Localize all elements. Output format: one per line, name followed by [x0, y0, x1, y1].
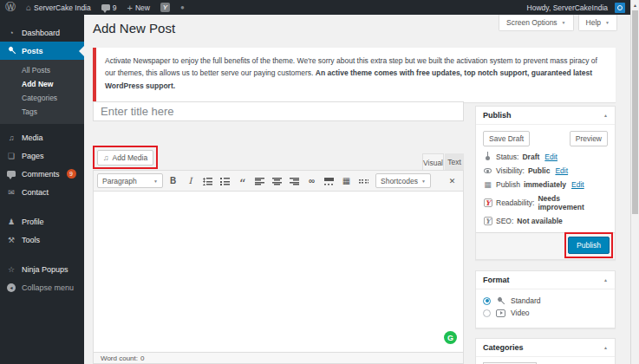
- adminbar-comments-link[interactable]: 9: [96, 0, 122, 15]
- grammarly-icon[interactable]: [444, 331, 457, 344]
- readability-row: Readability: Needs improvement: [483, 194, 608, 211]
- status-pin-icon: [483, 154, 492, 160]
- edit-schedule-link[interactable]: Edit: [571, 180, 584, 189]
- tab-text[interactable]: Text: [445, 153, 464, 171]
- profile-icon: [6, 218, 16, 226]
- format-option-standard[interactable]: Standard: [483, 296, 608, 305]
- status-value: Draft: [522, 153, 539, 161]
- read-more-button[interactable]: [322, 173, 336, 188]
- wp-logo-menu[interactable]: [0, 0, 21, 15]
- adminbar-yoast-menu[interactable]: [155, 0, 175, 15]
- editor-content-area[interactable]: [93, 192, 464, 352]
- adminbar-new-link[interactable]: New: [121, 0, 154, 15]
- sidebar-label-ninja-popups: Ninja Popups: [22, 265, 68, 274]
- paragraph-dropdown-label: Paragraph: [102, 177, 137, 185]
- sidebar-item-ninja-popups[interactable]: Ninja Popups: [0, 260, 84, 278]
- adminbar-account-menu[interactable]: Howdy, ServerCakeIndia: [522, 3, 630, 13]
- submenu-all-posts[interactable]: All Posts: [0, 63, 84, 77]
- theme-activation-notice: Activate Newspaper to enjoy the full ben…: [93, 48, 616, 102]
- paragraph-dropdown[interactable]: Paragraph: [97, 173, 163, 188]
- sidebar-item-contact[interactable]: Contact: [0, 183, 84, 201]
- sidebar-item-comments[interactable]: Comments 9: [0, 165, 84, 183]
- align-center-button[interactable]: [270, 173, 284, 188]
- shortcodes-dropdown-label: Shortcodes: [381, 177, 418, 185]
- submenu-categories[interactable]: Categories: [0, 91, 84, 105]
- seo-value: Not available: [517, 217, 562, 225]
- sidebar-label-media: Media: [22, 133, 43, 142]
- radio-standard[interactable]: [483, 297, 491, 305]
- blockquote-button[interactable]: [235, 173, 250, 188]
- new-label: New: [135, 3, 150, 12]
- table-button[interactable]: [339, 173, 354, 188]
- collapse-toggle-icon[interactable]: [603, 345, 608, 350]
- sidebar-item-media[interactable]: Media: [0, 128, 84, 146]
- align-left-button[interactable]: [252, 173, 267, 188]
- chevron-down-icon: [153, 179, 158, 184]
- chevron-down-icon: [562, 20, 566, 25]
- status-label: Status:: [496, 153, 518, 161]
- edit-visibility-link[interactable]: Edit: [555, 166, 568, 175]
- align-right-button[interactable]: [287, 173, 302, 188]
- format-option-video[interactable]: Video: [483, 309, 608, 317]
- seo-row: SEO: Not available: [483, 217, 608, 225]
- schedule-label: Publish: [496, 180, 520, 189]
- publish-button[interactable]: Publish: [568, 237, 610, 254]
- numbered-list-button[interactable]: [218, 173, 232, 188]
- sidebar-label-dashboard: Dashboard: [22, 29, 60, 37]
- sidebar-item-dashboard[interactable]: Dashboard: [0, 23, 84, 42]
- tab-visual[interactable]: Visual: [422, 153, 444, 171]
- tools-icon: [6, 236, 16, 244]
- link-icon: [309, 176, 315, 185]
- fullscreen-icon: [449, 177, 456, 185]
- add-media-icon: [103, 153, 109, 162]
- submenu-add-new[interactable]: Add New: [0, 77, 84, 91]
- posts-pin-icon: [6, 47, 16, 55]
- radio-video[interactable]: [483, 309, 491, 317]
- bold-button[interactable]: [166, 173, 180, 188]
- collapse-toggle-icon[interactable]: [603, 277, 608, 283]
- publish-box-footer: Publish: [476, 232, 615, 259]
- adminbar-comment-count: 9: [113, 3, 117, 12]
- yoast-icon: [160, 3, 170, 12]
- save-draft-button[interactable]: Save Draft: [483, 131, 530, 146]
- bold-icon: [170, 176, 176, 185]
- sidebar-label-profile: Profile: [22, 218, 44, 226]
- sidebar-item-tools[interactable]: Tools: [0, 231, 84, 249]
- bulleted-list-button[interactable]: [200, 173, 215, 188]
- shortcodes-dropdown[interactable]: Shortcodes: [375, 173, 431, 188]
- submenu-tags[interactable]: Tags: [0, 105, 84, 119]
- italic-button[interactable]: [183, 173, 198, 188]
- chevron-down-icon: [421, 179, 426, 184]
- blockquote-icon: [239, 176, 246, 185]
- scrollbar-thumb[interactable]: [632, 10, 638, 214]
- scrollbar[interactable]: [630, 0, 639, 364]
- sidebar-item-posts[interactable]: Posts: [0, 42, 84, 60]
- home-icon: [26, 3, 31, 12]
- numbered-list-icon: [220, 177, 230, 185]
- screen-meta-links: Screen Options Help: [499, 15, 617, 31]
- insert-link-button[interactable]: [304, 173, 319, 188]
- site-name-link[interactable]: ServerCake India: [21, 0, 96, 15]
- comments-icon: [6, 171, 16, 177]
- format-box-title: Format: [483, 276, 510, 284]
- edit-status-link[interactable]: Edit: [544, 153, 557, 161]
- page-break-icon: [359, 177, 368, 185]
- sidebar-item-pages[interactable]: Pages: [0, 146, 84, 165]
- read-more-icon: [324, 177, 334, 185]
- scrollbar-up-arrow[interactable]: [631, 0, 639, 10]
- adminbar-plugin-menu[interactable]: [175, 0, 190, 15]
- help-button[interactable]: Help: [578, 15, 617, 31]
- dashboard-icon: [6, 29, 16, 37]
- page-break-button[interactable]: [356, 173, 371, 188]
- preview-button[interactable]: Preview: [570, 131, 608, 146]
- editor-status-bar: Word count: 0: [93, 352, 464, 364]
- sidebar-item-profile[interactable]: Profile: [0, 212, 84, 231]
- editor-toolbar: Paragraph Shortcodes: [93, 170, 464, 192]
- collapse-toggle-icon[interactable]: [603, 113, 608, 118]
- add-media-button[interactable]: Add Media: [97, 150, 153, 166]
- screen-options-button[interactable]: Screen Options: [499, 15, 574, 31]
- sidebar-label-tools: Tools: [22, 236, 40, 244]
- post-title-input[interactable]: [93, 101, 464, 121]
- fullscreen-button[interactable]: [445, 173, 460, 188]
- sidebar-item-collapse-menu[interactable]: Collapse menu: [0, 278, 84, 296]
